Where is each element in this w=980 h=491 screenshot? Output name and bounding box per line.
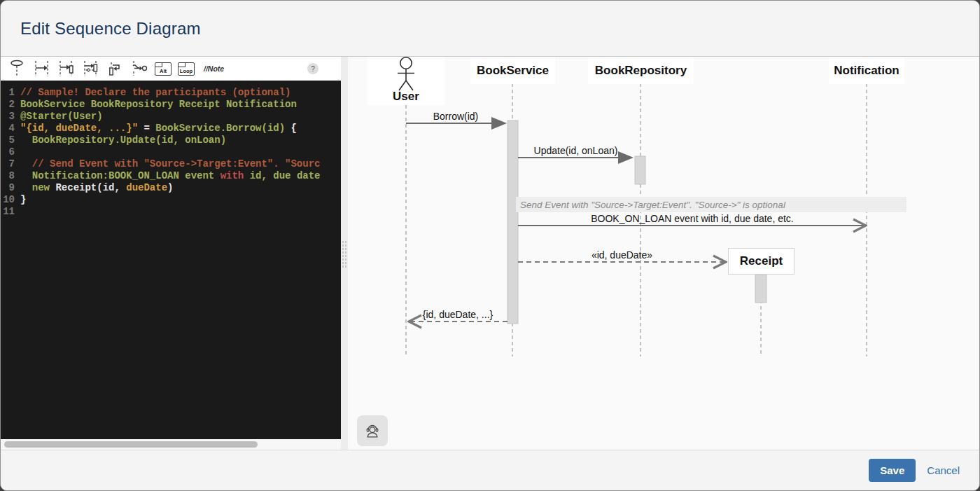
dialog-header: Edit Sequence Diagram xyxy=(1,1,979,57)
loop-fragment-icon[interactable]: Loop xyxy=(178,62,195,76)
code-line[interactable]: 9 new Receipt(id, dueDate) xyxy=(1,182,341,194)
message-activation-icon[interactable] xyxy=(57,60,75,78)
code-line[interactable]: 7 // Send Event with "Source->Target:Eve… xyxy=(1,158,341,170)
participant-bookservice-label: BookService xyxy=(477,64,549,78)
code-line[interactable]: 2BookService BookRepository Receipt Noti… xyxy=(1,99,341,111)
participant-receipt-label: Receipt xyxy=(740,254,783,268)
hscrollbar-thumb[interactable] xyxy=(4,441,258,448)
participant-icon[interactable] xyxy=(8,60,26,78)
edit-sequence-diagram-dialog: Edit Sequence Diagram xyxy=(0,0,980,491)
dialog-footer: Save Cancel xyxy=(1,450,979,490)
return-message-icon[interactable] xyxy=(81,60,99,78)
editor-hscrollbar xyxy=(1,439,341,450)
code-line[interactable]: 11 xyxy=(1,206,341,218)
code-line[interactable]: 5 BookRepository.Update(id, onLoan) xyxy=(1,134,341,146)
page-title: Edit Sequence Diagram xyxy=(20,19,201,39)
participant-notification-label: Notification xyxy=(834,64,899,78)
code-line[interactable]: 6 xyxy=(1,146,341,158)
self-message-icon[interactable] xyxy=(106,60,124,78)
found-message-icon[interactable] xyxy=(130,60,148,78)
actor-icon xyxy=(385,57,427,92)
participant-bookservice[interactable]: BookService xyxy=(470,57,555,84)
code-line[interactable]: 4"{id, dueDate, ...}" = BookService.Borr… xyxy=(1,123,341,134)
participant-bookrepository-label: BookRepository xyxy=(595,64,687,78)
editor-panel: Alt Loop //Note ? 1// Sample! Declare th… xyxy=(1,57,341,450)
code-editor[interactable]: 1// Sample! Declare the participants (op… xyxy=(1,81,341,439)
main-area: Alt Loop //Note ? 1// Sample! Declare th… xyxy=(1,57,979,450)
code-line[interactable]: 1// Sample! Declare the participants (op… xyxy=(1,87,341,99)
message-event-label: BOOK_ON_LOAN event with id, due date, et… xyxy=(518,213,867,224)
diagram-panel: User BookService BookRepository Notifica… xyxy=(348,57,979,450)
code-line[interactable]: 8 Notification:BOOK_ON_LOAN event with i… xyxy=(1,170,341,182)
message-create-label: «id, dueDate» xyxy=(518,249,726,261)
alt-fragment-icon[interactable]: Alt xyxy=(155,62,172,76)
editor-toolbar: Alt Loop //Note ? xyxy=(1,57,341,81)
code-line[interactable]: 3@Starter(User) xyxy=(1,111,341,123)
message-return-label: {id, dueDate, ...} xyxy=(408,309,507,320)
resizer-grip-icon xyxy=(342,240,347,268)
sync-message-icon[interactable] xyxy=(32,60,50,78)
alt-fragment-label: Alt xyxy=(160,68,167,74)
support-button[interactable] xyxy=(357,415,388,446)
person-headset-icon xyxy=(362,420,383,441)
participant-user-label: User xyxy=(393,90,419,104)
event-note-text: Send Event with "Source->Target:Event". … xyxy=(516,200,785,210)
participant-notification[interactable]: Notification xyxy=(829,57,904,84)
participant-bookrepository[interactable]: BookRepository xyxy=(588,57,694,84)
cancel-button[interactable]: Cancel xyxy=(927,464,960,476)
loop-fragment-label: Loop xyxy=(180,68,192,74)
participant-user[interactable]: User xyxy=(368,57,444,105)
message-borrow-label: Borrow(id) xyxy=(406,111,505,122)
panel-resizer[interactable] xyxy=(341,57,348,450)
help-button[interactable]: ? xyxy=(307,63,318,74)
participant-receipt[interactable]: Receipt xyxy=(728,248,794,275)
save-button[interactable]: Save xyxy=(869,459,916,482)
code-line[interactable]: 10} xyxy=(1,194,341,206)
note-icon[interactable]: //Note xyxy=(204,64,224,73)
message-update-label: Update(id, onLoan) xyxy=(518,145,634,156)
event-note: Send Event with "Source->Target:Event". … xyxy=(516,197,906,212)
